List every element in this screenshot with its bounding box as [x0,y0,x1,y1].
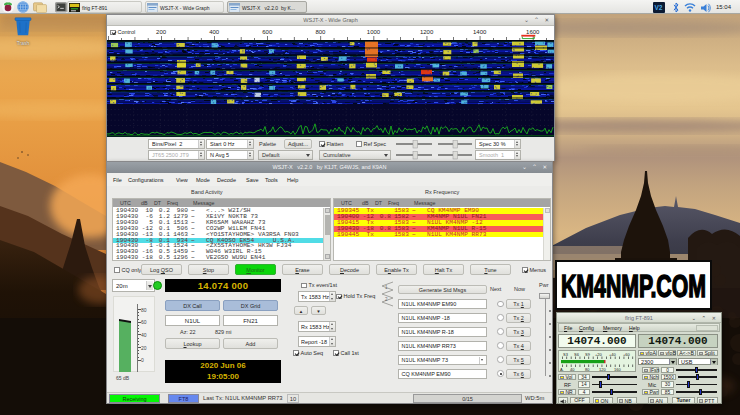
svg-text:800: 800 [315,29,326,35]
svg-text:1600: 1600 [526,29,540,35]
svg-text:S9: S9 [585,351,591,356]
svg-text:1: 1 [385,285,388,290]
svg-text:160: 160 [614,366,621,371]
svg-text:A,: A, [560,366,564,371]
svg-text:2: 2 [385,297,388,302]
svg-text:200: 200 [156,29,167,35]
svg-text:80: 80 [585,366,590,371]
svg-text:600: 600 [262,29,273,35]
svg-text:1400: 1400 [473,29,487,35]
svg-text:S6: S6 [574,351,580,356]
svg-text:+20: +20 [595,351,603,356]
svg-text:S3: S3 [563,351,569,356]
svg-text:1000: 1000 [367,29,381,35]
svg-text:KM4NMP.COM: KM4NMP.COM [561,268,706,304]
svg-text:120: 120 [599,366,606,371]
svg-text:40: 40 [570,366,575,371]
svg-text:400: 400 [209,29,220,35]
svg-text:+40: +40 [609,351,617,356]
svg-text:+60: +60 [623,351,631,356]
svg-text:1200: 1200 [420,29,434,35]
